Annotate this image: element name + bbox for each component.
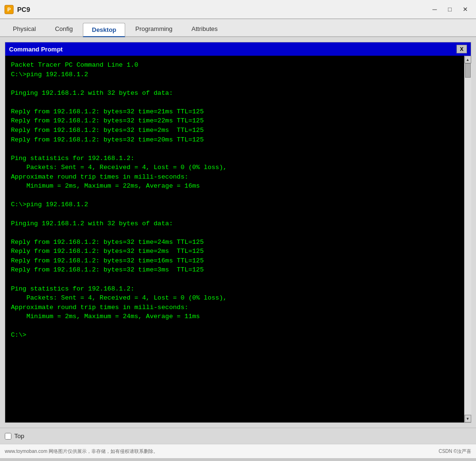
top-checkbox-label[interactable]: Top xyxy=(14,432,24,440)
footer-right-text: CSDN ©汝严喜 xyxy=(439,448,471,455)
tab-config[interactable]: Config xyxy=(46,22,82,36)
close-button[interactable]: ✕ xyxy=(458,4,472,15)
top-checkbox[interactable] xyxy=(5,433,11,440)
tab-physical[interactable]: Physical xyxy=(4,22,45,36)
window-controls: ─ □ ✕ xyxy=(427,4,472,15)
scroll-up-arrow[interactable]: ▲ xyxy=(465,56,471,63)
title-bar: P PC9 ─ □ ✕ xyxy=(0,0,476,19)
app-icon: P xyxy=(4,4,14,15)
svg-text:P: P xyxy=(7,7,10,12)
footer-left-text: www.toymoban.com 网络图片仅供展示，非存储，如有侵权请联系删除。 xyxy=(5,448,158,455)
scroll-thumb[interactable] xyxy=(465,63,471,78)
window-title: PC9 xyxy=(17,6,427,13)
top-checkbox-wrapper: Top xyxy=(5,432,24,440)
minimize-button[interactable]: ─ xyxy=(427,4,442,15)
tab-desktop[interactable]: Desktop xyxy=(83,23,125,37)
cmd-close-button[interactable]: X xyxy=(456,45,467,53)
bottom-bar: Top xyxy=(0,428,476,444)
maximize-button[interactable]: □ xyxy=(443,4,457,15)
footer: www.toymoban.com 网络图片仅供展示，非存储，如有侵权请联系删除。… xyxy=(0,444,476,458)
command-prompt-panel: Command Prompt X Packet Tracer PC Comman… xyxy=(5,42,471,423)
scroll-down-arrow[interactable]: ▼ xyxy=(465,415,471,422)
terminal-output[interactable]: Packet Tracer PC Command Line 1.0 C:\>pi… xyxy=(5,56,464,422)
tab-programming[interactable]: Programming xyxy=(126,22,181,36)
scrollbar: ▲ ▼ xyxy=(464,56,471,422)
scroll-track[interactable] xyxy=(465,63,471,415)
terminal-wrapper: Packet Tracer PC Command Line 1.0 C:\>pi… xyxy=(5,56,471,422)
cmd-header: Command Prompt X xyxy=(5,42,471,56)
tab-bar: Physical Config Desktop Programming Attr… xyxy=(0,19,476,37)
cmd-header-title: Command Prompt xyxy=(9,46,63,53)
tab-attributes[interactable]: Attributes xyxy=(182,22,227,36)
main-content: Command Prompt X Packet Tracer PC Comman… xyxy=(0,37,476,428)
